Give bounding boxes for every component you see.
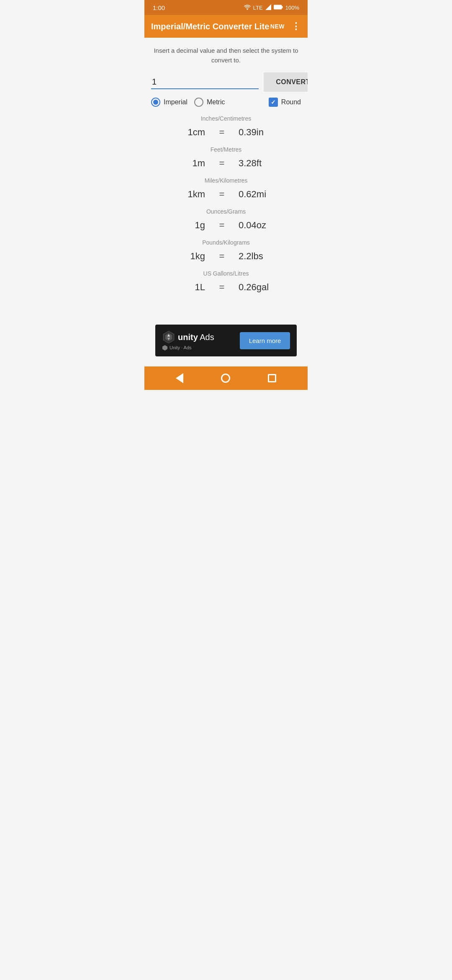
round-group: Round [269, 98, 301, 107]
conv-left-2: 1km [172, 189, 213, 200]
battery-icon [274, 5, 283, 11]
metric-radio[interactable]: Metric [194, 98, 225, 107]
metric-radio-circle [194, 98, 203, 107]
instruction-text: Insert a decimal value and then select t… [151, 46, 301, 65]
category-ounces-grams: Ounces/Grams [151, 208, 301, 215]
conv-left-4: 1kg [172, 251, 213, 262]
convert-button[interactable]: CONVERT [264, 72, 308, 92]
value-input[interactable] [151, 75, 259, 89]
svg-marker-4 [162, 345, 167, 351]
learn-more-button[interactable]: Learn more [240, 332, 290, 349]
ad-sub-text: Unity · Ads [170, 345, 192, 350]
ad-logo-main: unity Ads [162, 330, 214, 344]
unity-sub-icon [162, 345, 168, 351]
conversion-row-1: 1m = 3.28ft [151, 155, 301, 172]
conv-left-5: 1L [172, 282, 213, 293]
status-time: 1:00 [153, 4, 165, 11]
conv-right-4: 2.2lbs [230, 251, 280, 262]
conv-eq-1: = [213, 158, 230, 169]
ad-logo-text: unity Ads [178, 333, 214, 342]
category-pounds-kilograms: Pounds/Kilograms [151, 239, 301, 246]
svg-marker-1 [265, 4, 271, 10]
ad-banner: unity Ads Unity · Ads Learn more [155, 325, 297, 356]
round-label: Round [281, 98, 301, 106]
lte-label: LTE [253, 5, 263, 11]
conv-right-1: 3.28ft [230, 158, 280, 169]
conversion-row-2: 1km = 0.62mi [151, 186, 301, 203]
menu-button[interactable]: ⋮ [291, 21, 301, 32]
ad-logo: unity Ads Unity · Ads [162, 330, 214, 351]
conv-right-2: 0.62mi [230, 189, 280, 200]
app-bar: Imperial/Metric Converter Lite NEW ⋮ [144, 15, 308, 38]
home-button[interactable] [216, 372, 235, 384]
category-miles-kilometres: Miles/Kilometres [151, 177, 301, 184]
back-button[interactable] [171, 371, 188, 385]
unity-logo-icon [162, 330, 175, 344]
conv-right-3: 0.04oz [230, 220, 280, 231]
signal-icon [265, 4, 271, 11]
conversion-row-3: 1g = 0.04oz [151, 217, 301, 234]
conv-left-3: 1g [172, 220, 213, 231]
app-title: Imperial/Metric Converter Lite [151, 22, 269, 31]
back-icon [176, 373, 183, 383]
results-section: Inches/Centimetres 1cm = 0.39in Feet/Met… [151, 115, 301, 296]
svg-rect-2 [274, 5, 282, 9]
main-content: Insert a decimal value and then select t… [144, 38, 308, 366]
category-inches-centimetres: Inches/Centimetres [151, 115, 301, 122]
nav-bar [144, 366, 308, 390]
conv-right-0: 0.39in [230, 127, 280, 138]
round-checkbox[interactable] [269, 98, 278, 107]
category-gallons-litres: US Gallons/Litres [151, 270, 301, 277]
conversion-row-0: 1cm = 0.39in [151, 124, 301, 141]
svg-point-0 [247, 8, 248, 10]
ad-sub: Unity · Ads [162, 345, 192, 351]
conv-eq-2: = [213, 189, 230, 200]
conv-left-0: 1cm [172, 127, 213, 138]
conv-eq-5: = [213, 282, 230, 293]
conv-eq-4: = [213, 251, 230, 262]
category-feet-metres: Feet/Metres [151, 146, 301, 153]
conv-left-1: 1m [172, 158, 213, 169]
input-row: CONVERT [151, 72, 301, 92]
conv-eq-0: = [213, 127, 230, 138]
conv-right-5: 0.26gal [230, 282, 280, 293]
home-icon [221, 374, 230, 383]
imperial-radio-circle [151, 98, 160, 107]
conversion-row-5: 1L = 0.26gal [151, 279, 301, 296]
conv-eq-3: = [213, 220, 230, 231]
status-icons: LTE 100% [244, 4, 299, 11]
wifi-icon [244, 4, 251, 11]
status-bar: 1:00 LTE 100% [144, 0, 308, 15]
app-bar-actions: NEW ⋮ [270, 21, 301, 32]
battery-label: 100% [285, 5, 299, 11]
radio-group: Imperial Metric [151, 98, 269, 107]
metric-label: Metric [207, 98, 225, 106]
svg-rect-3 [282, 6, 282, 8]
conversion-row-4: 1kg = 2.2lbs [151, 248, 301, 265]
imperial-label: Imperial [164, 98, 187, 106]
new-button[interactable]: NEW [270, 23, 285, 30]
recents-button[interactable] [263, 372, 281, 384]
options-row: Imperial Metric Round [151, 98, 301, 107]
recents-icon [268, 374, 276, 382]
imperial-radio[interactable]: Imperial [151, 98, 187, 107]
